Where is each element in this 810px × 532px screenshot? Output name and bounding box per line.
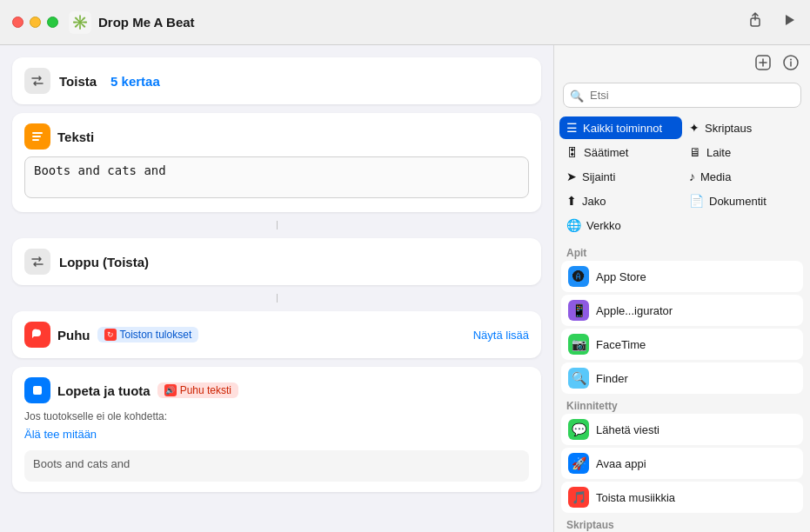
puhu-icon: [24, 322, 50, 348]
share-icon: ⬆: [566, 194, 577, 208]
search-input[interactable]: [563, 83, 801, 108]
list-icon: ☰: [566, 121, 578, 135]
cat-kaikki-toiminnot[interactable]: ☰ Kaikki toiminnot: [559, 116, 682, 139]
list-item[interactable]: 📱 Apple...igurator: [561, 295, 803, 326]
cat-sijainti[interactable]: ➤ Sijainti: [559, 165, 682, 188]
title-bar: ✳️ Drop Me A Beat: [0, 0, 810, 45]
controls-icon: 🎛: [566, 145, 579, 159]
puhu-card: Puhu ↻ Toiston tulokset Näytä lisää: [12, 311, 541, 358]
info-button[interactable]: [782, 54, 800, 76]
lopeta-card: Lopeta ja tuota 🔊 Puhu teksti Jos tuotok…: [12, 367, 541, 492]
lopeta-icon: [24, 377, 50, 403]
traffic-lights: [12, 17, 58, 28]
apit-list: 🅐 App Store 📱 Apple...igurator 📷 FaceTim…: [554, 261, 810, 396]
finder-icon: 🔍: [568, 368, 589, 389]
search-icon: 🔍: [570, 89, 584, 102]
lopeta-badge: 🔊 Puhu teksti: [157, 382, 238, 398]
cat-skriptaus[interactable]: ✦ Skriptaus: [682, 116, 805, 139]
lopeta-label: Lopeta ja tuota: [57, 383, 151, 398]
network-icon: 🌐: [566, 218, 581, 232]
teksti-header: Teksti: [24, 123, 529, 150]
docs-icon: 📄: [689, 194, 704, 208]
open-app-icon: 🚀: [568, 453, 589, 474]
add-action-button[interactable]: [754, 54, 772, 76]
left-panel: Toista 5 kertaa Teksti Boots and cats an…: [0, 45, 553, 532]
puhu-show-more[interactable]: Näytä lisää: [473, 329, 529, 342]
lopeta-action-link[interactable]: Älä tee mitään: [24, 428, 97, 441]
right-top-actions: [554, 54, 810, 83]
play-button[interactable]: [780, 11, 798, 33]
category-grid: ☰ Kaikki toiminnot ✦ Skriptaus 🎛 Säätime…: [554, 116, 810, 243]
app-icon: ✳️: [69, 11, 91, 34]
device-icon: 🖥: [689, 145, 701, 159]
apple-config-icon: 📱: [568, 300, 589, 321]
list-item[interactable]: 💬 Lähetä viesti: [561, 414, 803, 445]
lopeta-output: Boots and cats and: [24, 450, 529, 482]
divider-1: [277, 221, 278, 229]
teksti-card: Teksti Boots and cats and: [12, 113, 541, 212]
list-item[interactable]: 🚀 Avaa appi: [561, 448, 803, 479]
cat-dokumentit[interactable]: 📄 Dokumentit: [682, 190, 805, 212]
main-container: Toista 5 kertaa Teksti Boots and cats an…: [0, 45, 810, 532]
location-icon: ➤: [566, 170, 577, 183]
cat-laite[interactable]: 🖥 Laite: [682, 141, 805, 163]
share-button[interactable]: [746, 10, 765, 34]
teksti-label: Teksti: [57, 130, 94, 144]
messages-icon: 💬: [568, 419, 589, 440]
teksti-icon: [24, 123, 50, 150]
app-store-icon: 🅐: [568, 266, 589, 287]
facetime-icon: 📷: [568, 334, 589, 355]
cat-jako[interactable]: ⬆ Jako: [559, 190, 682, 212]
teksti-input[interactable]: Boots and cats and: [24, 156, 529, 198]
puhu-label: Puhu: [57, 328, 90, 342]
svg-point-7: [790, 59, 792, 61]
right-panel: 🔍 ☰ Kaikki toiminnot ✦ Skriptaus 🎛 Sääti…: [553, 45, 810, 532]
list-item[interactable]: 📷 FaceTime: [561, 329, 803, 360]
lopeta-badge-icon: 🔊: [164, 384, 177, 396]
puhu-header: Puhu ↻ Toiston tulokset Näytä lisää: [24, 322, 529, 348]
toista-label: Toista: [59, 74, 97, 89]
loppu-icon: [24, 249, 50, 275]
puhu-badge[interactable]: ↻ Toiston tulokset: [97, 327, 199, 342]
list-item[interactable]: 🎵 Toista musiikkia: [561, 482, 803, 513]
loppu-card: Loppu (Toista): [12, 238, 541, 285]
lopeta-sublabel: Jos tuotokselle ei ole kohdetta:: [24, 410, 529, 422]
music-icon: 🎵: [568, 487, 589, 508]
lopeta-header: Lopeta ja tuota 🔊 Puhu teksti: [24, 377, 529, 403]
cat-verkko[interactable]: 🌐 Verkko: [559, 214, 682, 236]
kiinnitetty-section-label: Kiinnitetty: [554, 396, 810, 414]
skriptaus-section-label: Skriptaus: [554, 515, 810, 532]
toista-card: Toista 5 kertaa: [12, 57, 541, 104]
script-icon: ✦: [689, 121, 700, 135]
svg-rect-3: [32, 139, 39, 141]
svg-rect-2: [32, 136, 41, 137]
divider-2: [277, 294, 278, 303]
repeat-icon: [24, 68, 50, 94]
apit-section-label: Apit: [554, 243, 810, 261]
toista-badge[interactable]: 5 kertaa: [110, 74, 160, 89]
cat-saatimet[interactable]: 🎛 Säätimet: [559, 141, 682, 163]
app-title: Drop Me A Beat: [98, 15, 746, 30]
cat-media[interactable]: ♪ Media: [682, 165, 805, 188]
kiinnitetty-list: 💬 Lähetä viesti 🚀 Avaa appi 🎵 Toista mus…: [554, 414, 810, 515]
loppu-label: Loppu (Toista): [59, 255, 149, 269]
fullscreen-button[interactable]: [47, 17, 58, 28]
media-icon: ♪: [689, 170, 695, 183]
close-button[interactable]: [12, 17, 23, 28]
search-bar: 🔍: [563, 83, 801, 108]
list-item[interactable]: 🔍 Finder: [561, 362, 803, 394]
minimize-button[interactable]: [30, 17, 41, 28]
title-actions: [746, 10, 798, 34]
svg-rect-1: [32, 132, 43, 134]
list-item[interactable]: 🅐 App Store: [561, 261, 803, 292]
puhu-badge-icon: ↻: [104, 329, 117, 341]
